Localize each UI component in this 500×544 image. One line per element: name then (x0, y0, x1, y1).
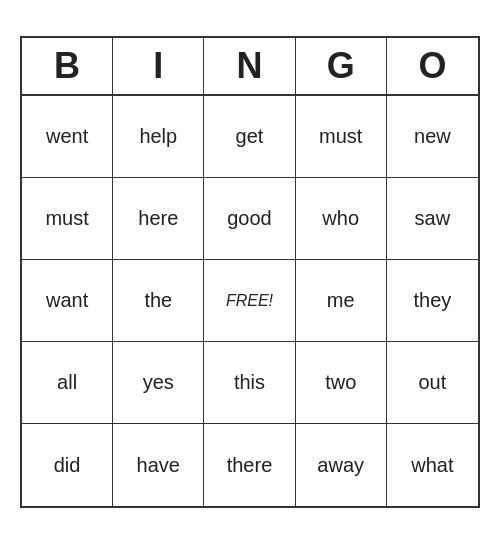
header-i: I (113, 38, 204, 94)
cell-r1-c2[interactable]: good (204, 178, 295, 260)
cell-r4-c3[interactable]: away (296, 424, 387, 506)
cell-r2-c1[interactable]: the (113, 260, 204, 342)
header-g: G (296, 38, 387, 94)
cell-r0-c3[interactable]: must (296, 96, 387, 178)
cell-r3-c1[interactable]: yes (113, 342, 204, 424)
cell-r4-c1[interactable]: have (113, 424, 204, 506)
cell-r4-c0[interactable]: did (22, 424, 113, 506)
cell-r0-c1[interactable]: help (113, 96, 204, 178)
header-o: O (387, 38, 478, 94)
header-b: B (22, 38, 113, 94)
cell-r2-c4[interactable]: they (387, 260, 478, 342)
cell-r3-c0[interactable]: all (22, 342, 113, 424)
cell-r1-c4[interactable]: saw (387, 178, 478, 260)
cell-r3-c2[interactable]: this (204, 342, 295, 424)
cell-r2-c2[interactable]: FREE! (204, 260, 295, 342)
cell-r0-c2[interactable]: get (204, 96, 295, 178)
header-n: N (204, 38, 295, 94)
cell-r4-c2[interactable]: there (204, 424, 295, 506)
bingo-card: B I N G O wenthelpgetmustnewmustheregood… (20, 36, 480, 508)
cell-r3-c4[interactable]: out (387, 342, 478, 424)
bingo-header: B I N G O (22, 38, 478, 96)
cell-r0-c4[interactable]: new (387, 96, 478, 178)
cell-r2-c3[interactable]: me (296, 260, 387, 342)
cell-r1-c3[interactable]: who (296, 178, 387, 260)
cell-r2-c0[interactable]: want (22, 260, 113, 342)
bingo-grid: wenthelpgetmustnewmustheregoodwhosawwant… (22, 96, 478, 506)
cell-r1-c1[interactable]: here (113, 178, 204, 260)
cell-r0-c0[interactable]: went (22, 96, 113, 178)
cell-r3-c3[interactable]: two (296, 342, 387, 424)
cell-r1-c0[interactable]: must (22, 178, 113, 260)
cell-r4-c4[interactable]: what (387, 424, 478, 506)
